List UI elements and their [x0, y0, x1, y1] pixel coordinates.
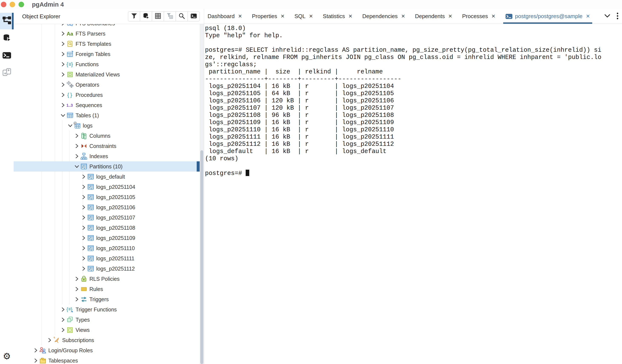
tree-item-rules[interactable]: Rules [14, 284, 200, 294]
chevron-right-icon[interactable] [74, 133, 80, 139]
chevron-right-icon[interactable] [60, 92, 66, 98]
tree-item-sequences[interactable]: 1..3Sequences [14, 100, 200, 110]
close-window-button[interactable] [1, 2, 6, 7]
tab-properties[interactable]: Properties✕ [252, 9, 285, 24]
tree-item-fts-parsers[interactable]: AaFTS Parsers [14, 29, 200, 39]
chevron-right-icon[interactable] [74, 153, 80, 159]
tree-item-logs-p20251106[interactable]: logs_p20251106 [14, 202, 200, 212]
chevron-right-icon[interactable] [81, 256, 86, 261]
tree-item-foreign-tables[interactable]: Foreign Tables [14, 49, 200, 59]
close-tab-icon[interactable]: ✕ [238, 14, 242, 19]
chevron-right-icon[interactable] [74, 276, 80, 282]
rail-item-object-explorer[interactable] [0, 13, 14, 29]
rail-item-schema-diff[interactable] [0, 64, 14, 81]
tree-item-logs-p20251104[interactable]: logs_p20251104 [14, 182, 200, 192]
chevron-right-icon[interactable] [60, 307, 66, 312]
tree-item-logs-p20251105[interactable]: logs_p20251105 [14, 192, 200, 202]
chevron-right-icon[interactable] [47, 337, 52, 343]
tree-item-fts-templates[interactable]: FTS Templates [14, 39, 200, 49]
tab-dashboard[interactable]: Dashboard✕ [208, 9, 242, 24]
tree-item-operators[interactable]: Operators [14, 80, 200, 90]
tree-item-logs[interactable]: Plogs [14, 120, 200, 131]
tree-item-columns[interactable]: Columns [14, 131, 200, 141]
tree-item-logs-default[interactable]: logs_default [14, 172, 200, 182]
chevron-right-icon[interactable] [81, 184, 86, 190]
tree-item-rls-policies[interactable]: RLS Policies [14, 274, 200, 284]
rail-item-psql-tool[interactable] [0, 47, 14, 64]
tab-dependents[interactable]: Dependents✕ [415, 9, 452, 24]
tab-dependencies[interactable]: Dependencies✕ [362, 9, 405, 24]
tree-item-logs-p20251112[interactable]: logs_p20251112 [14, 264, 200, 274]
chevron-right-icon[interactable] [60, 31, 66, 37]
search-objects-button[interactable] [175, 12, 188, 21]
chevron-right-icon[interactable] [60, 327, 66, 333]
minimize-window-button[interactable] [10, 2, 15, 7]
tree-item-types[interactable]: Types [14, 315, 200, 325]
chevron-right-icon[interactable] [81, 266, 86, 271]
tree-item-procedures[interactable]: {}Procedures [14, 90, 200, 100]
chevron-right-icon[interactable] [74, 286, 80, 292]
tab-sql[interactable]: SQL✕ [294, 9, 313, 24]
chevron-right-icon[interactable] [60, 61, 66, 67]
tab-menu[interactable] [616, 12, 619, 20]
chevron-right-icon[interactable] [81, 246, 86, 251]
chevron-right-icon[interactable] [60, 51, 66, 57]
tab-postgres-postgres-sample[interactable]: postgres/postgres@sample✕ [505, 9, 590, 24]
chevron-right-icon[interactable] [74, 143, 80, 149]
tree-item-materialized-views[interactable]: Materialized Views [14, 69, 200, 80]
tree-item-subscriptions[interactable]: Subscriptions [14, 335, 200, 345]
chevron-down-icon[interactable] [74, 164, 80, 169]
tree-item-logs-p20251110[interactable]: logs_p20251110 [14, 243, 200, 253]
close-tab-icon[interactable]: ✕ [309, 14, 313, 19]
tree-item-functions[interactable]: {}Functions [14, 59, 200, 69]
chevron-right-icon[interactable] [60, 72, 66, 77]
tab-list-dropdown[interactable] [604, 14, 610, 19]
tab-processes[interactable]: Processes✕ [462, 9, 496, 24]
chevron-right-icon[interactable] [33, 348, 39, 353]
rail-item-query-tool[interactable] [0, 30, 14, 47]
filter-button[interactable] [128, 12, 140, 21]
tree-item-tablespaces[interactable]: Tablespaces [14, 355, 200, 364]
psql-terminal[interactable]: psql (18.0) Type "help" for help. postgr… [205, 25, 601, 177]
tree-item-logs-p20251108[interactable]: logs_p20251108 [14, 223, 200, 233]
tree-item-login-group-roles[interactable]: Login/Group Roles [14, 345, 200, 355]
chevron-right-icon[interactable] [60, 41, 66, 47]
tree-item-logs-p20251111[interactable]: logs_p20251111 [14, 253, 200, 264]
tree-item-views[interactable]: Views [14, 325, 200, 335]
open-psql-button[interactable] [188, 12, 200, 21]
chevron-right-icon[interactable] [81, 174, 86, 179]
chevron-down-icon[interactable] [60, 113, 66, 118]
chevron-right-icon[interactable] [60, 102, 66, 108]
tree-scrollbar[interactable] [200, 24, 204, 364]
close-tab-icon[interactable]: ✕ [448, 14, 452, 19]
tree-item-trigger-functions[interactable]: {}Trigger Functions [14, 304, 200, 315]
tree-item-logs-p20251109[interactable]: logs_p20251109 [14, 233, 200, 243]
zoom-window-button[interactable] [19, 2, 24, 7]
close-tab-icon[interactable]: ✕ [401, 14, 405, 19]
chevron-down-icon[interactable] [67, 123, 73, 128]
tree-item-tables-1[interactable]: Tables (1) [14, 110, 200, 120]
tab-statistics[interactable]: Statistics✕ [323, 9, 352, 24]
chevron-right-icon[interactable] [81, 235, 86, 241]
rail-item-settings[interactable]: ⚙ [0, 348, 14, 364]
chevron-right-icon[interactable] [33, 358, 39, 363]
tree-item-constraints[interactable]: Constraints [14, 141, 200, 151]
view-data-button[interactable] [140, 12, 152, 21]
chevron-right-icon[interactable] [74, 297, 80, 302]
tree-item-partitions-10[interactable]: Partitions (10) [14, 161, 200, 172]
close-tab-icon[interactable]: ✕ [349, 14, 352, 19]
tree-item-logs-p20251107[interactable]: logs_p20251107 [14, 212, 200, 223]
chevron-right-icon[interactable] [81, 194, 86, 200]
tree-item-triggers[interactable]: Triggers [14, 294, 200, 304]
chevron-right-icon[interactable] [81, 205, 86, 210]
view-all-rows-button[interactable] [152, 12, 164, 21]
chevron-right-icon[interactable] [81, 225, 86, 230]
chevron-right-icon[interactable] [60, 317, 66, 323]
chevron-right-icon[interactable] [81, 215, 86, 220]
tree-scrollbar-thumb[interactable] [200, 150, 203, 364]
view-filtered-rows-button[interactable] [164, 12, 176, 21]
chevron-right-icon[interactable] [60, 82, 66, 88]
close-tab-icon[interactable]: ✕ [281, 14, 285, 19]
close-tab-icon[interactable]: ✕ [586, 14, 590, 19]
tree-item-indexes[interactable]: Indexes [14, 151, 200, 161]
